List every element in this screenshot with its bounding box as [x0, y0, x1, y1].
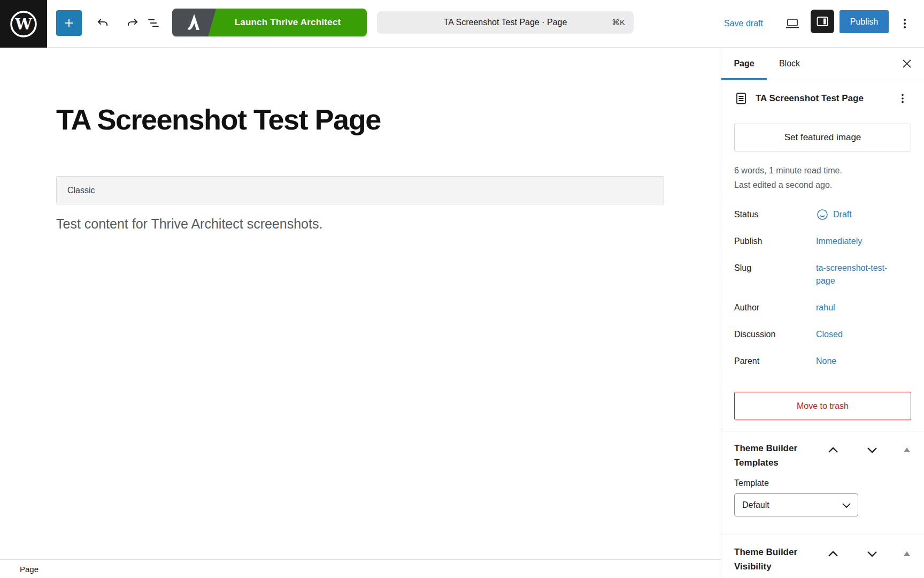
document-actions-button[interactable] [894, 90, 911, 107]
template-selected-value: Default [742, 500, 842, 510]
template-select[interactable]: Default [734, 493, 858, 516]
word-count-line: 6 words, 1 minute read time. [734, 163, 911, 178]
close-sidebar-button[interactable] [896, 53, 918, 74]
panel-title: Theme Builder Templates [734, 441, 820, 470]
summary-rows: Status Draft Publish Immediately Slug [734, 208, 911, 368]
settings-sidebar-toggle[interactable] [811, 10, 834, 33]
set-featured-image-button[interactable]: Set featured image [734, 124, 911, 151]
block-inserter-button[interactable] [56, 10, 82, 36]
editor-top-bar: W [0, 0, 924, 48]
move-to-trash-button[interactable]: Move to trash [734, 392, 911, 420]
publish-value-link[interactable]: Immediately [816, 237, 862, 246]
row-label: Status [734, 208, 816, 221]
save-draft-button[interactable]: Save draft [720, 13, 767, 34]
row-label: Parent [734, 355, 816, 368]
undo-button[interactable] [92, 12, 113, 34]
collapse-triangle-icon[interactable] [904, 551, 910, 556]
options-menu-button[interactable] [894, 13, 915, 34]
move-panel-down-button[interactable] [865, 549, 879, 559]
row-label: Discussion [734, 328, 816, 341]
editor-footer-bar: Page [0, 559, 721, 578]
document-overview-button[interactable] [143, 12, 164, 34]
wordpress-logo-icon: W [10, 10, 37, 38]
publish-row: Publish Immediately [734, 235, 911, 248]
move-panel-up-button[interactable] [826, 549, 840, 559]
document-pill-title: TA Screenshot Test Page · Page [444, 18, 567, 27]
status-row: Status Draft [734, 208, 911, 221]
kebab-icon [898, 17, 911, 30]
launch-button-label: Launch Thrive Architect [216, 17, 367, 28]
breadcrumb[interactable]: Page [20, 565, 38, 574]
publish-button[interactable]: Publish [840, 10, 889, 33]
page-title[interactable]: TA Screenshot Test Page [56, 104, 664, 134]
editor-canvas: TA Screenshot Test Page Classic Test con… [0, 48, 721, 559]
chevron-down-icon [866, 550, 878, 558]
author-value-link[interactable]: rahul [816, 303, 835, 312]
discussion-row: Discussion Closed [734, 328, 911, 341]
page-body-text[interactable]: Test content for Thrive Architect screen… [56, 216, 664, 232]
sidebar-panel-icon [815, 14, 829, 28]
redo-icon [126, 16, 140, 30]
document-title-row: TA Screenshot Test Page [734, 88, 911, 109]
row-label: Publish [734, 235, 816, 248]
wordpress-logo-button[interactable]: W [0, 0, 47, 48]
preview-button[interactable] [782, 13, 803, 34]
document-icon [734, 92, 748, 105]
author-row: Author rahul [734, 301, 911, 314]
sidebar-tabs: Page Block [721, 48, 924, 80]
page-summary-section: TA Screenshot Test Page Set featured ima… [721, 80, 924, 431]
undo-icon [96, 16, 110, 30]
command-palette[interactable]: TA Screenshot Test Page · Page ⌘K [377, 11, 634, 34]
theme-builder-visibility-panel: Theme Builder Visibility [721, 535, 924, 578]
move-panel-down-button[interactable] [865, 445, 879, 455]
kebab-icon [897, 93, 908, 104]
svg-text:W: W [14, 16, 32, 33]
tab-block[interactable]: Block [767, 48, 812, 80]
laptop-icon [785, 16, 800, 31]
settings-sidebar: Page Block TA Screenshot Test Page [721, 48, 924, 578]
move-panel-up-button[interactable] [826, 445, 840, 455]
redo-button[interactable] [122, 12, 143, 34]
select-chevron-down-icon [842, 502, 851, 508]
command-shortcut: ⌘K [612, 11, 625, 34]
thrive-architect-logo [172, 9, 216, 36]
theme-builder-templates-panel: Theme Builder Templates Template Default [721, 431, 924, 535]
template-field-label: Template [734, 478, 911, 488]
plus-icon [63, 17, 75, 29]
row-label: Slug [734, 262, 816, 287]
last-edited-line: Last edited a second ago. [734, 178, 911, 192]
chevron-down-icon [866, 446, 878, 454]
panel-title: Theme Builder Visibility [734, 545, 820, 574]
slug-row: Slug ta-screenshot-test-page [734, 262, 911, 287]
parent-value-link[interactable]: None [816, 356, 836, 366]
chevron-up-icon [827, 446, 839, 454]
collapse-triangle-icon[interactable] [904, 447, 910, 452]
chevron-up-icon [827, 550, 839, 558]
classic-block[interactable]: Classic [56, 176, 664, 204]
classic-block-label: Classic [67, 186, 95, 195]
list-view-icon [147, 16, 160, 30]
discussion-value-link[interactable]: Closed [816, 330, 843, 339]
row-label: Author [734, 301, 816, 314]
launch-thrive-architect-button[interactable]: Launch Thrive Architect [172, 9, 367, 36]
slug-value-link[interactable]: ta-screenshot-test-page [816, 263, 887, 285]
draft-status-icon [816, 208, 829, 221]
sidebar-document-title: TA Screenshot Test Page [756, 93, 894, 104]
tab-page[interactable]: Page [721, 48, 767, 80]
parent-row: Parent None [734, 355, 911, 368]
close-icon [902, 59, 912, 69]
status-value-link[interactable]: Draft [833, 208, 852, 221]
